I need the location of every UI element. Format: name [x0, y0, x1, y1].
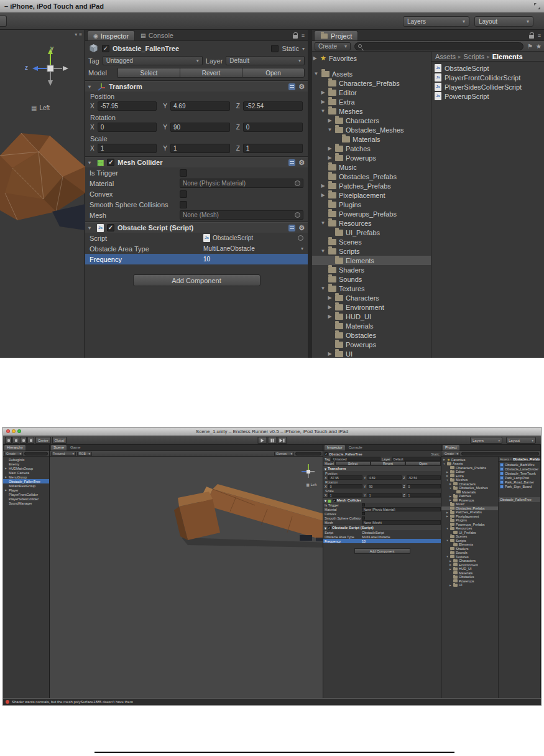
foldout-icon[interactable]: ▼ [443, 462, 446, 465]
foldout-icon[interactable]: ▾ [88, 160, 94, 166]
foldout-icon[interactable]: ▶ [327, 314, 333, 319]
gear-icon[interactable]: ⚙ [298, 83, 305, 90]
mesh-collider-header[interactable]: ▾ ▦ ✓ Mesh Collider [323, 497, 441, 503]
foldout-icon[interactable]: ▶ [449, 498, 452, 502]
foldout-icon[interactable]: ▼ [446, 527, 449, 530]
foldout-icon[interactable]: ▼ [446, 478, 449, 482]
foldout-icon[interactable]: ▶ [320, 192, 326, 198]
panel-menu[interactable]: ▾ ≡ [75, 32, 82, 37]
status-bar[interactable]: Shader wants normals, but the mesh polyS… [3, 698, 541, 705]
static-checkbox[interactable] [271, 45, 279, 52]
breadcrumb-item[interactable]: Obstacles_Prefabs [513, 457, 540, 461]
hierarchy-item[interactable]: PlayerFrontCollider [3, 492, 49, 497]
project-tree-item[interactable]: Obstacles [312, 330, 431, 340]
project-tree-item[interactable]: ▶ Characters [312, 293, 431, 302]
search-input[interactable] [24, 452, 48, 455]
layer-dropdown[interactable]: Default [392, 457, 441, 461]
hierarchy-item[interactable]: PlayerSidesCollider [3, 497, 49, 501]
foldout-icon[interactable]: ▶ [449, 495, 452, 498]
hierarchy-item[interactable]: MMainRestGroup [3, 483, 49, 488]
help-doc-icon[interactable] [288, 225, 295, 231]
transform-header[interactable]: ▾ Transform ⚙ [85, 81, 308, 91]
foldout-icon[interactable]: ▼ [320, 108, 326, 114]
foldout-icon[interactable]: ▶ [327, 118, 333, 123]
asset-file-row[interactable]: Obstacle_BarbWire [499, 462, 540, 467]
z-field[interactable]: 0 [243, 123, 303, 132]
foldout-icon[interactable]: ▶ [4, 467, 7, 470]
project-tree-item[interactable]: Elements [312, 256, 431, 265]
breadcrumb-item[interactable]: Elements [492, 53, 523, 60]
foldout-icon[interactable]: ▶ [449, 584, 452, 587]
project-tree-item[interactable]: Powerups_Prefabs [312, 209, 431, 218]
project-tree-item[interactable]: Obstacles_Prefabs [312, 172, 431, 181]
asset-file-row[interactable]: Park_Road_Barrier [499, 480, 540, 484]
move-tool-button[interactable] [12, 437, 19, 444]
object-picker-icon[interactable] [295, 180, 300, 186]
hierarchy-item[interactable]: DebugInfo [3, 457, 49, 462]
foldout-icon[interactable]: ▾ [88, 84, 94, 90]
gear-icon[interactable]: ⚙ [298, 225, 305, 231]
project-tree-item[interactable]: ▼ Obstacles_Meshes [312, 125, 431, 134]
project-tree-item[interactable]: ▶ Pixelplacement [312, 190, 431, 200]
fallen-tree-model[interactable] [143, 475, 323, 562]
project-tree-item[interactable]: Music [312, 162, 431, 172]
foldout-icon[interactable]: ▼ [320, 220, 326, 226]
object-picker-icon[interactable] [295, 212, 300, 218]
project-tree-item[interactable]: ▶ Patches [312, 144, 431, 153]
model-action-button[interactable]: Revert [371, 461, 406, 465]
add-component-button[interactable]: Add Component [133, 274, 260, 286]
cropped-tool-button[interactable] [0, 16, 7, 27]
foldout-icon[interactable]: ▶ [320, 183, 326, 189]
create-dropdown[interactable]: Create ▾ [315, 42, 351, 50]
component-enabled-checkbox[interactable]: ✓ [107, 159, 114, 166]
asset-file-row[interactable]: Js PowerupScript [431, 91, 544, 101]
property-checkbox[interactable]: ✓ [362, 512, 365, 515]
foldout-icon[interactable]: ▶ [446, 474, 449, 477]
foldout-icon[interactable]: ▶ [327, 295, 333, 301]
property-checkbox[interactable]: ✓ [362, 503, 365, 506]
property-checkbox[interactable]: ✓ [180, 169, 187, 177]
project-tree-item[interactable]: ▶ HUD_UI [312, 312, 431, 321]
project-tree-item[interactable]: ▶ Extra [312, 97, 431, 106]
layout-dropdown[interactable]: Layout ▾ [506, 437, 536, 444]
scene-viewport[interactable]: ▦ Left [50, 457, 323, 698]
component-enabled-checkbox[interactable]: ✓ [328, 526, 331, 530]
y-field[interactable]: 4.69 [367, 475, 402, 480]
breadcrumb-item[interactable]: Assets [435, 53, 456, 60]
hierarchy-item[interactable]: SoundManager [3, 501, 49, 505]
fallen-tree-model[interactable] [0, 117, 85, 238]
project-tree-item[interactable]: ▼ Meshes [312, 106, 431, 116]
foldout-icon[interactable]: ▶ [327, 146, 333, 151]
script-property-row[interactable]: Frequency 10 [323, 539, 441, 543]
view-angle-label[interactable]: ▦ Left [307, 483, 316, 487]
rotation-toggle[interactable]: Global [52, 437, 67, 444]
asset-file-row[interactable]: Obstacle_LaneDivider [499, 467, 540, 471]
foldout-icon[interactable]: ▶ [4, 488, 7, 492]
layers-dropdown[interactable]: Layers ▾ [403, 16, 469, 27]
component-enabled-checkbox[interactable]: ✓ [333, 499, 336, 502]
close-icon[interactable] [6, 429, 10, 433]
selected-asset-label[interactable]: Obstacle_FallenTree [499, 497, 540, 502]
gear-icon[interactable]: ⚙ [298, 159, 305, 166]
project-tree-item[interactable]: ▼ Assets [312, 69, 431, 78]
z-field[interactable]: -52.54 [407, 475, 441, 480]
hand-tool-button[interactable] [5, 437, 12, 444]
asset-file-row[interactable]: Js PlayerSidesColliderScript [431, 82, 544, 91]
model-action-button[interactable]: Open [405, 461, 441, 465]
search-by-label-icon[interactable]: ⚑ [527, 43, 533, 50]
create-dropdown[interactable]: Create ▾ [4, 452, 23, 456]
foldout-icon[interactable]: ▶ [446, 470, 449, 474]
foldout-icon[interactable]: ▶ [320, 99, 326, 105]
zoom-icon[interactable] [17, 429, 21, 433]
scene-view-partial[interactable]: ▾ ≡ y z ▦ Left [0, 30, 85, 358]
foldout-icon[interactable]: ▶ [327, 351, 333, 357]
panel-menu-icon[interactable]: ≡ [302, 32, 305, 39]
project-tree-item[interactable]: Materials [312, 321, 431, 330]
foldout-icon[interactable]: ▼ [449, 487, 452, 490]
project-tree-item[interactable]: Characters_Prefabs [312, 78, 431, 88]
hierarchy-item[interactable]: Main Camera [3, 470, 49, 475]
tab-console[interactable]: ▤ Console [135, 30, 179, 40]
object-reference-field[interactable]: None (Physic Material) [180, 179, 303, 188]
project-tree-item[interactable]: Powerups [312, 340, 431, 349]
x-field[interactable]: 0 [328, 484, 362, 488]
